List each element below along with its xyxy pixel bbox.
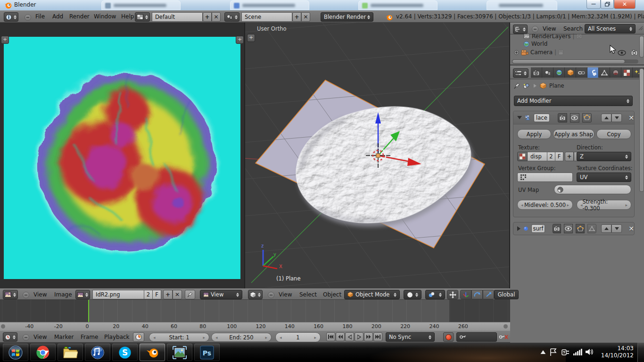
start-frame-field[interactable]: ◂ Start: 1 ▸ xyxy=(149,333,209,342)
taskbar-chrome-button[interactable] xyxy=(30,344,56,361)
image-name-field[interactable]: IdR2.png xyxy=(92,290,144,299)
keying-set-field[interactable] xyxy=(456,332,497,342)
midlevel-slider[interactable]: ◂ Midlevel: 0.500 ▸ xyxy=(517,200,573,210)
viewport-toolshelf-expand-button[interactable]: + xyxy=(247,34,255,42)
play-button[interactable] xyxy=(355,332,363,341)
tab-render[interactable] xyxy=(531,67,542,78)
jump-to-end-button[interactable] xyxy=(373,332,382,341)
uv-map-field[interactable] xyxy=(554,185,631,194)
window-titlebar[interactable]: Blender — ✕ xyxy=(0,0,644,10)
keyingset-add-remove-icons[interactable] xyxy=(499,334,508,340)
move-up-button[interactable] xyxy=(601,224,611,233)
move-down-button[interactable] xyxy=(611,114,622,122)
minimize-button[interactable]: — xyxy=(586,0,601,9)
previous-keyframe-button[interactable] xyxy=(336,332,345,341)
add-modifier-select[interactable]: Add Modifier xyxy=(514,96,633,106)
menu-select[interactable]: Select xyxy=(295,289,321,300)
uv-properties-expand-button[interactable]: + xyxy=(236,36,244,44)
editor-type-selector[interactable] xyxy=(513,68,528,78)
delete-scene-button[interactable]: ✕ xyxy=(301,12,310,22)
network-signal-icon[interactable] xyxy=(573,349,583,355)
displace-modifier-header[interactable]: lace ✕ xyxy=(513,111,634,124)
tab-texture[interactable] xyxy=(621,67,633,78)
modifier-name-field[interactable]: lace xyxy=(534,114,549,122)
image-fake-user-button[interactable]: F xyxy=(153,290,161,299)
rotate-manipulator-button[interactable] xyxy=(471,290,483,299)
tab-material[interactable] xyxy=(610,67,621,78)
outliner-hscrollbar[interactable] xyxy=(512,59,638,64)
timeline-canvas[interactable] xyxy=(0,300,510,322)
menu-view[interactable]: View xyxy=(29,331,51,343)
menu-file[interactable]: File xyxy=(31,11,49,22)
editor-type-selector[interactable] xyxy=(4,12,18,22)
menu-view[interactable]: View xyxy=(29,289,51,300)
taskbar-start-button[interactable] xyxy=(3,344,28,361)
screen-layout-selector[interactable] xyxy=(135,12,150,22)
move-down-button[interactable] xyxy=(611,224,622,233)
uv-pivot-select[interactable]: View xyxy=(200,290,242,299)
taskbar-photoshop-button[interactable]: Ps xyxy=(194,344,220,361)
delete-layout-button[interactable]: ✕ xyxy=(212,12,221,22)
collapse-menus-button[interactable] xyxy=(25,14,31,21)
taskbar-itunes-button[interactable] xyxy=(85,344,110,361)
apply-as-shape-button[interactable]: Apply as Shap xyxy=(553,129,594,139)
editor-type-selector[interactable] xyxy=(3,290,18,299)
manipulator-toggle[interactable] xyxy=(447,290,458,299)
modifier-move-buttons[interactable] xyxy=(601,224,622,233)
texture-selector[interactable]: disp 2 F + ✕ xyxy=(517,152,583,161)
outliner-vscrollbar[interactable] xyxy=(639,36,644,58)
next-keyframe-button[interactable] xyxy=(364,332,373,341)
tab-object[interactable] xyxy=(565,67,576,78)
show-desktop-button[interactable] xyxy=(637,343,644,362)
scene-filter-select[interactable]: All Scenes xyxy=(585,24,636,33)
outliner-item-camera[interactable]: Camera | xyxy=(514,49,565,56)
add-layout-button[interactable]: + xyxy=(203,12,212,22)
area-corner-grip[interactable] xyxy=(637,25,643,31)
current-frame-field[interactable]: ◂ 1 ▸ xyxy=(275,332,321,342)
tab-scene[interactable] xyxy=(542,67,553,78)
stepper-right-arrow-icon[interactable]: ▸ xyxy=(314,335,316,340)
mode-select[interactable]: Object Mode xyxy=(344,290,400,299)
current-frame-cursor[interactable] xyxy=(88,300,89,322)
editmode-toggle[interactable] xyxy=(582,113,592,123)
vertex-group-field[interactable] xyxy=(517,173,573,182)
menu-image[interactable]: Image xyxy=(50,289,76,300)
scene-selector[interactable] xyxy=(224,12,239,22)
taskbar-skype-button[interactable]: S xyxy=(112,344,138,361)
sync-mode-select[interactable]: No Sync xyxy=(386,332,435,342)
heightmap-image[interactable] xyxy=(4,37,240,279)
restore-button[interactable] xyxy=(601,0,614,9)
editor-type-selector[interactable] xyxy=(513,25,528,34)
stepper-left-arrow-icon[interactable]: ◂ xyxy=(153,335,156,340)
image-users-count[interactable]: 2 xyxy=(144,290,153,299)
move-up-button[interactable] xyxy=(601,114,611,122)
slider-right-arrow-icon[interactable]: ▸ xyxy=(567,203,569,207)
taskbar-explorer-button[interactable] xyxy=(58,344,83,361)
direction-select[interactable]: Z xyxy=(577,152,631,161)
play-reverse-button[interactable] xyxy=(345,332,354,341)
auto-keyframe-record-button[interactable] xyxy=(443,332,454,342)
cage-toggle[interactable] xyxy=(587,224,596,233)
timeline-ruler[interactable]: -40-200204060801001201401601802002202402… xyxy=(0,322,510,330)
scene-name[interactable]: Scene xyxy=(241,12,292,22)
taskbar-photo-viewer-button[interactable] xyxy=(167,344,192,361)
slider-right-arrow-icon[interactable]: ▸ xyxy=(625,203,627,207)
viewport-visibility-toggle[interactable] xyxy=(570,113,579,123)
menu-playback[interactable]: Playback xyxy=(100,331,134,343)
viewport-3d[interactable]: User Ortho z y X (1) Plane + xyxy=(245,23,510,288)
texcoord-select[interactable]: UV xyxy=(577,173,631,182)
delete-modifier-button[interactable]: ✕ xyxy=(628,225,634,232)
delete-modifier-button[interactable]: ✕ xyxy=(628,114,634,122)
jump-to-start-button[interactable] xyxy=(326,332,335,341)
outliner-item-renderlayers[interactable]: RenderLayers | xyxy=(523,33,582,40)
tray-expand-icon[interactable] xyxy=(540,350,546,354)
expand-triangle-icon[interactable] xyxy=(517,116,522,119)
menu-marker[interactable]: Marker xyxy=(50,331,78,343)
apply-button[interactable]: Apply xyxy=(517,129,551,139)
action-center-flag-icon[interactable] xyxy=(550,348,557,356)
texture-users-count[interactable]: 2 xyxy=(547,152,555,161)
tray-clock[interactable]: 14:03 14/10/2012 xyxy=(595,345,634,359)
texture-fake-user-button[interactable]: F xyxy=(555,152,563,161)
end-frame-field[interactable]: ◂ End: 250 ▸ xyxy=(211,333,272,342)
translate-manipulator-button[interactable] xyxy=(460,290,471,299)
